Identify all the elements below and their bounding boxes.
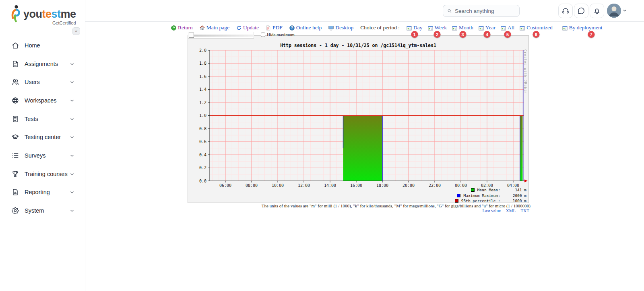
chevron-down-icon [69, 61, 75, 67]
slider-track [189, 35, 253, 37]
hide-maximum-option: Hide maximum [261, 32, 295, 37]
chevron-down-icon [69, 171, 75, 177]
desktop-link[interactable]: Desktop [328, 25, 353, 31]
users-icon [11, 78, 19, 86]
sidebar-item-surveys[interactable]: Surveys [0, 146, 85, 165]
svg-text:08:00: 08:00 [246, 183, 258, 188]
hide-maximum-checkbox[interactable] [261, 33, 265, 37]
logo-subtitle: GetCertified [23, 20, 76, 25]
sidebar-item-tests[interactable]: Tests [0, 110, 85, 128]
legend-row: 95th percentile :1000 m [455, 199, 526, 203]
hide-maximum-label: Hide maximum [267, 32, 295, 37]
sidebar-item-system[interactable]: System [0, 201, 85, 220]
svg-text:12:00: 12:00 [298, 183, 310, 188]
sidebar-item-workspaces[interactable]: Workspaces [0, 91, 85, 110]
period-badge: 5 [504, 31, 511, 38]
main-page-link[interactable]: Main page [200, 25, 229, 31]
period-badge: 1 [411, 31, 418, 38]
chart-legend: Mean Mean:141 mMaximum Maximum:2000 m95t… [455, 188, 526, 203]
return-link[interactable]: Return [171, 25, 193, 31]
period-by-deployment-link[interactable]: By deployment 7 [562, 25, 603, 31]
svg-text:1.6: 1.6 [199, 74, 206, 79]
svg-text:1.0: 1.0 [199, 113, 206, 118]
support-button[interactable] [558, 4, 573, 18]
update-link[interactable]: Update [236, 25, 259, 31]
legend-value: 1000 m [503, 199, 526, 203]
choice-of-period-label: Choice of period : [360, 25, 400, 31]
graph-zoom-slider[interactable] [188, 32, 254, 39]
chevron-down-icon[interactable] [622, 8, 627, 13]
sidebar-item-users[interactable]: Users [0, 73, 85, 91]
sidebar-item-assignments[interactable]: Assignments [0, 55, 85, 73]
pdf-link[interactable]: PDF [266, 25, 283, 31]
period-week-link[interactable]: Week 2 [428, 25, 447, 31]
update-icon [236, 25, 242, 31]
calendar-icon [501, 25, 506, 31]
chevron-down-icon [69, 208, 75, 213]
period-all-link[interactable]: All 5 [501, 25, 514, 31]
chevron-down-icon [69, 79, 75, 85]
chevron-down-icon [69, 116, 75, 122]
training-courses-icon [11, 170, 19, 178]
system-icon [11, 207, 19, 215]
legend-label: Maximum Maximum: [463, 193, 500, 198]
legend-row: Mean Mean:141 m [455, 188, 526, 192]
svg-text:1.4: 1.4 [199, 87, 206, 92]
sidebar-menu: Home Assignments Users Workspaces Tests [0, 36, 85, 220]
sidebar-collapse-button[interactable]: « [72, 27, 80, 35]
search-input[interactable] [455, 8, 515, 14]
svg-text:10:00: 10:00 [272, 183, 284, 188]
period-month-link[interactable]: Month 3 [452, 25, 473, 31]
calendar-icon [520, 25, 525, 31]
chevron-down-icon [69, 153, 75, 158]
header [85, 0, 644, 22]
period-badge: 6 [533, 31, 539, 38]
txt-link[interactable]: TXT [521, 208, 529, 213]
reporting-icon [11, 188, 19, 196]
messages-button[interactable] [574, 4, 588, 18]
period-badge: 2 [434, 31, 441, 38]
tests-icon [11, 115, 19, 123]
mrtg-toolbar: Return Main page Update PDF ? Online hel… [171, 25, 603, 31]
xml-link[interactable]: XML [506, 208, 516, 213]
calendar-icon [407, 25, 412, 31]
svg-text:14:00: 14:00 [324, 183, 336, 188]
svg-text:0.4: 0.4 [199, 153, 206, 157]
notifications-button[interactable] [590, 4, 604, 18]
svg-text:0.8: 0.8 [199, 127, 206, 131]
http-sessions-chart: Http sessions - 1 day - 10/31/25 on /gc1… [188, 35, 529, 203]
svg-text:18:00: 18:00 [376, 183, 388, 188]
last-value-link[interactable]: Last value [483, 208, 501, 213]
sidebar-item-home[interactable]: Home [0, 36, 85, 55]
legend-label: Mean Mean: [477, 188, 500, 192]
slider-thumb[interactable] [189, 33, 194, 38]
legend-label: 95th percentile : [461, 199, 500, 203]
testing-center-icon [11, 133, 19, 141]
calendar-icon [479, 25, 484, 31]
period-customized-link[interactable]: Customized 6 [520, 25, 553, 31]
legend-swatch [457, 194, 460, 197]
sidebar-item-reporting[interactable]: Reporting [0, 183, 85, 202]
headset-icon [561, 7, 570, 15]
return-icon [171, 25, 176, 31]
svg-text:02:00: 02:00 [481, 183, 493, 188]
period-badge: 3 [459, 31, 466, 38]
svg-text:1.2: 1.2 [199, 100, 206, 105]
rrd-graph: 0.00.20.40.60.81.01.21.41.61.82.006:0008… [188, 36, 528, 203]
logo-wordmark: youtestme [23, 9, 76, 20]
bell-icon [593, 7, 601, 15]
sidebar-item-training-courses[interactable]: Training courses [0, 165, 85, 183]
period-day-link[interactable]: Day 1 [407, 25, 423, 31]
legend-value: 141 m [503, 188, 526, 192]
search-box[interactable] [443, 5, 520, 17]
sidebar-item-testing-center[interactable]: Testing center [0, 128, 85, 146]
workspaces-icon [11, 96, 19, 105]
avatar[interactable] [607, 4, 621, 18]
online-help-link[interactable]: ? Online help [289, 25, 322, 31]
page: youtestme GetCertified « Home Assignment… [0, 0, 644, 291]
period-year-link[interactable]: Year 4 [479, 25, 495, 31]
svg-text:16:00: 16:00 [350, 183, 362, 188]
period-badge: 7 [588, 31, 594, 38]
logo: youtestme GetCertified [10, 5, 76, 25]
legend-swatch [471, 188, 475, 192]
